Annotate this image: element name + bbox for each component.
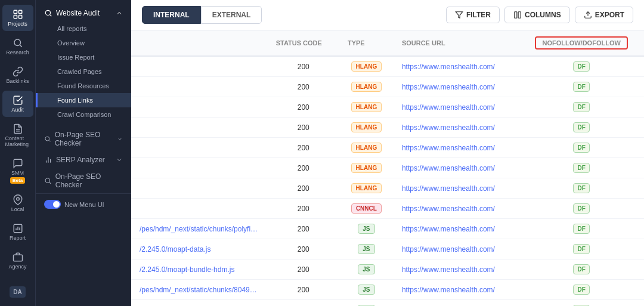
cell-df: DF (519, 56, 644, 77)
table-row: 200 HLANG https://www.menshealth.com/ DF (131, 56, 644, 77)
cell-url (131, 178, 268, 199)
cell-df: DF (519, 118, 644, 138)
table-row: 200 HLANG https://www.menshealth.com/ DF (131, 97, 644, 118)
cell-type: JS (339, 280, 394, 300)
cell-status: 200 (268, 199, 339, 219)
on-page-seo2-toggle[interactable]: On-Page SEO Checker (36, 168, 131, 193)
filter-button[interactable]: FILTER (446, 7, 500, 23)
cell-status: 200 (268, 77, 339, 97)
table-row: /pes/hdm/_next/static/chunks/80498.a5...… (131, 280, 644, 300)
sidebar-item-audit[interactable]: Audit (2, 91, 33, 117)
svg-point-14 (45, 10, 50, 15)
nav-crawled-pages[interactable]: Crawled Pages (36, 64, 131, 79)
svg-rect-2 (14, 16, 17, 18)
on-page-seo2-label: On-Page SEO Checker (55, 172, 123, 189)
cell-status: 200 (268, 239, 339, 259)
cell-type: HLANG (339, 158, 394, 178)
sidebar-item-projects[interactable]: Projects (2, 5, 33, 31)
tab-group: INTERNAL EXTERNAL (142, 6, 262, 24)
columns-button[interactable]: COLUMNS (504, 7, 570, 23)
cell-type: CNNCL (339, 199, 394, 219)
sidebar-item-backlinks[interactable]: Backlinks (2, 62, 33, 88)
cell-source: https://www.menshealth.com/ (394, 259, 519, 280)
cell-type: JS (339, 259, 394, 280)
cell-type: JS (339, 219, 394, 239)
chevron-up-icon (116, 10, 123, 17)
topbar: INTERNAL EXTERNAL FILTER COLUMNS EXPORT (131, 0, 644, 30)
cell-status: 200 (268, 138, 339, 158)
cell-df: DF (519, 280, 644, 300)
svg-rect-0 (14, 10, 17, 13)
table-row: 200 CNNCL https://www.menshealth.com/ DF (131, 199, 644, 219)
svg-point-8 (16, 197, 19, 200)
new-menu-section: New Menu UI (36, 193, 131, 215)
sidebar-icon-label: Projects (8, 21, 27, 27)
on-page-seo-toggle[interactable]: On-Page SEO Checker (36, 126, 131, 152)
table-row: /2.245.0/moapt-bundle-hdm.js 200 JS http… (131, 259, 644, 280)
svg-rect-3 (18, 16, 21, 18)
nav-crawl-comparison[interactable]: Crawl Comparison (36, 107, 131, 122)
nav-issue-report[interactable]: Issue Report (36, 50, 131, 64)
cell-url: /pes/hdm/_next/static/chunks/80498.a5... (131, 280, 268, 300)
svg-point-21 (45, 178, 49, 183)
cell-type: HLANG (339, 138, 394, 158)
sidebar-icon-label: Audit (11, 107, 24, 113)
svg-point-4 (14, 39, 21, 46)
cell-status: 200 (268, 118, 339, 138)
table-row: 200 HLANG https://www.menshealth.com/ DF (131, 158, 644, 178)
cell-status: 200 (268, 158, 339, 178)
da-badge: DA (10, 286, 25, 298)
table-row: 200 HLANG https://www.menshealth.com/ DF (131, 138, 644, 158)
nav-all-reports[interactable]: All reports (36, 21, 131, 36)
svg-rect-24 (515, 12, 517, 18)
table-row: /pes/hdm/_next/static/chunks/25271.322..… (131, 300, 644, 307)
on-page-seo-label: On-Page SEO Checker (55, 131, 117, 147)
table-row: 200 HLANG https://www.menshealth.com/ DF (131, 118, 644, 138)
sidebar-item-smm[interactable]: SMM Beta (2, 154, 33, 188)
chevron-down-icon (116, 156, 123, 163)
new-menu-toggle[interactable] (44, 200, 61, 209)
cell-source: https://www.menshealth.com/ (394, 178, 519, 199)
sidebar-icon-label: SMM (11, 170, 24, 176)
sidebar-icon-label: Local (11, 206, 24, 212)
sidebar-item-local[interactable]: Local (2, 190, 33, 217)
cell-type: HLANG (339, 97, 394, 118)
svg-line-5 (20, 45, 21, 47)
sidebar-item-report[interactable]: Report (2, 219, 33, 245)
links-table: STATUS CODE TYPE SOURCE URL NOFOLLOW/DOF… (131, 30, 644, 306)
col-nofollow[interactable]: NOFOLLOW/DOFOLLOW (519, 30, 644, 56)
cell-status: 200 (268, 219, 339, 239)
cell-df: DF (519, 239, 644, 259)
sidebar-item-agency[interactable]: Agency (2, 248, 33, 274)
nofollow-header: NOFOLLOW/DOFOLLOW (535, 36, 627, 50)
cell-url (131, 97, 268, 118)
columns-icon (513, 11, 522, 19)
serp-analyzer-toggle[interactable]: SERP Analyzer (36, 152, 131, 168)
svg-line-22 (49, 182, 51, 183)
website-audit-toggle[interactable]: Website Audit (36, 5, 131, 21)
sidebar-item-content[interactable]: Content Marketing (2, 119, 33, 152)
cell-status: 200 (268, 97, 339, 118)
cell-type: HLANG (339, 178, 394, 199)
nav-found-resources[interactable]: Found Resources (36, 79, 131, 93)
tab-internal[interactable]: INTERNAL (142, 6, 201, 24)
cell-source: https://www.menshealth.com/ (394, 77, 519, 97)
cell-type: JS (339, 300, 394, 307)
sidebar-item-research[interactable]: Research (2, 33, 33, 60)
sidebar-icon-column: Projects Research Backlinks Audit Conten… (0, 0, 36, 306)
filter-icon (455, 11, 463, 19)
table-wrapper: STATUS CODE TYPE SOURCE URL NOFOLLOW/DOF… (131, 30, 644, 306)
cell-type: HLANG (339, 56, 394, 77)
topbar-actions: FILTER COLUMNS EXPORT (446, 7, 633, 23)
export-button[interactable]: EXPORT (575, 7, 633, 23)
new-menu-label: New Menu UI (64, 201, 104, 208)
cell-df: DF (519, 158, 644, 178)
cell-df: DF (519, 77, 644, 97)
sidebar-icon-label: Report (10, 235, 26, 241)
nav-found-links[interactable]: Found Links (36, 93, 131, 107)
tab-external[interactable]: EXTERNAL (201, 6, 262, 24)
cell-type: HLANG (339, 77, 394, 97)
cell-source: https://www.menshealth.com/ (394, 239, 519, 259)
nav-overview[interactable]: Overview (36, 36, 131, 50)
sidebar-icon-label: Agency (8, 264, 26, 270)
